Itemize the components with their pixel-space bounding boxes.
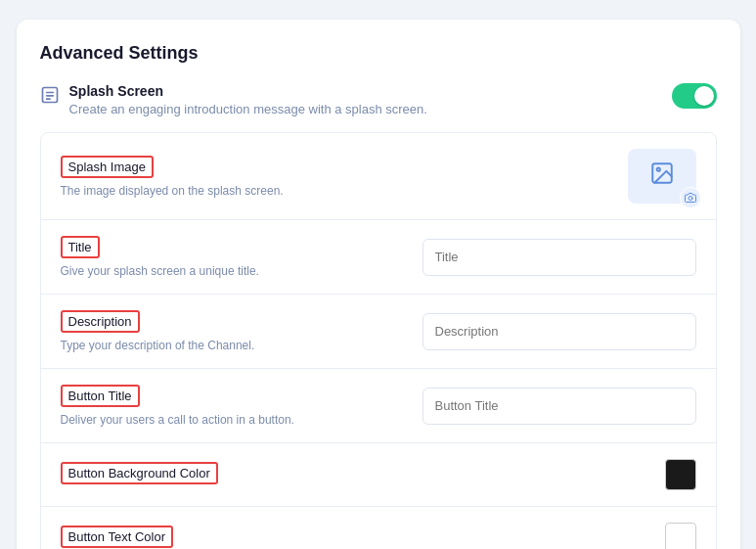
description-left: Description Type your description of the… [61,310,413,352]
button-bg-color-right [665,459,696,490]
title-row: Title Give your splash screen a unique t… [41,220,716,295]
camera-badge [680,187,701,208]
title-input[interactable] [422,239,696,276]
splash-image-left: Splash Image The image displayed on the … [61,156,413,198]
splash-screen-left: Splash Screen Create an engaging introdu… [40,83,427,116]
splash-screen-toggle[interactable] [672,83,717,109]
settings-card: Advanced Settings Splash Screen Create a… [17,20,740,549]
splash-screen-description: Create an engaging introduction message … [69,102,427,116]
description-row: Description Type your description of the… [41,295,716,369]
button-bg-color-row: Button Background Color [41,443,716,507]
splash-screen-header: Splash Screen Create an engaging introdu… [40,83,717,116]
button-text-color-label: Button Text Color [61,526,173,548]
image-upload-button[interactable] [628,149,696,204]
title-desc: Give your splash screen a unique title. [61,264,413,278]
splash-image-label: Splash Image [61,156,155,178]
button-text-color-row: Button Text Color [41,507,716,549]
button-title-right [422,388,696,425]
button-bg-color-swatch[interactable] [665,459,696,490]
title-left: Title Give your splash screen a unique t… [61,236,413,278]
page-title: Advanced Settings [40,43,717,64]
button-text-color-left: Button Text Color [61,526,413,550]
description-right [422,313,696,350]
button-text-color-right [665,523,696,549]
splash-screen-title: Splash Screen [69,83,427,99]
button-title-row: Button Title Deliver your users a call t… [41,369,716,443]
title-right [422,239,696,276]
button-title-left: Button Title Deliver your users a call t… [61,385,413,427]
button-title-label: Button Title [61,385,140,407]
splash-image-right [628,149,696,204]
svg-point-5 [656,168,659,171]
splash-image-row: Splash Image The image displayed on the … [41,133,716,220]
document-icon [40,85,60,110]
toggle-thumb [694,86,714,106]
button-bg-color-label: Button Background Color [61,462,218,484]
image-icon [649,160,675,192]
svg-point-6 [689,197,692,201]
title-label: Title [61,236,100,258]
button-title-desc: Deliver your users a call to action in a… [61,413,413,427]
description-label: Description [61,310,140,333]
page-container: Advanced Settings Splash Screen Create a… [17,20,740,549]
button-title-input[interactable] [422,388,696,425]
splash-image-desc: The image displayed on the splash screen… [61,184,413,198]
description-desc: Type your description of the Channel. [61,339,413,352]
button-bg-color-left: Button Background Color [61,462,413,488]
splash-screen-info: Splash Screen Create an engaging introdu… [69,83,427,116]
button-text-color-swatch[interactable] [665,523,696,549]
settings-panel: Splash Image The image displayed on the … [40,132,717,549]
description-input[interactable] [422,313,696,350]
